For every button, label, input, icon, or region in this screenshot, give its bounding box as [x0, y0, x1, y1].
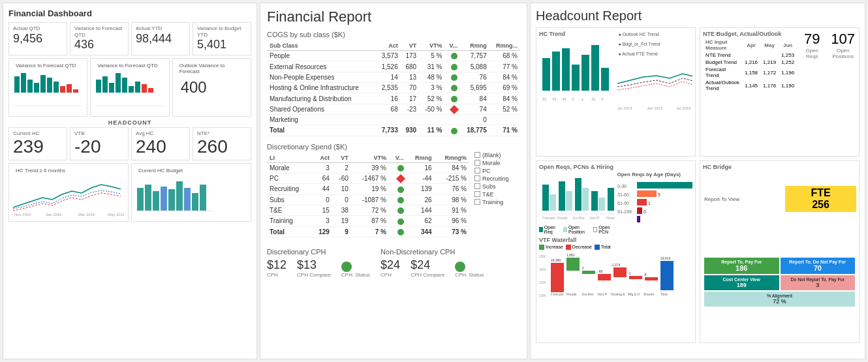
non-disc-cph-compare-value: $24 [411, 258, 444, 272]
table-row: Recruiting 44 10 19 % 139 76 % [267, 184, 469, 194]
row-people-vtpct: 5 % [419, 51, 444, 61]
actual-qtd-value: 9,456 [13, 32, 63, 46]
actual-qtd-card: Actual QTD 9,456 [8, 22, 67, 55]
cogs-header-row: Sub Class Act VT VT% V... Rmng Rmng... [267, 41, 520, 51]
bridge-report-to-sublabel: Report To, Pay For [706, 260, 777, 264]
non-disc-cph-status-dot [455, 262, 465, 272]
vtb-card: VTB -20 [70, 127, 129, 161]
checkbox-morale[interactable]: Morale [474, 160, 520, 166]
svg-rect-2 [27, 80, 33, 93]
svg-text:34: 34 [552, 97, 557, 101]
disc-table-container: Discretionary Spend ($K) LI Act VT VT% V… [267, 143, 469, 245]
col-subclass: Sub Class [267, 41, 376, 51]
nte-budget-panel: NTE Budget, Actual/Outlook HC Input Meas… [700, 27, 860, 157]
svg-rect-6 [54, 82, 59, 93]
bridge-fte-label: Report To View [703, 172, 785, 228]
svg-text:91-199: 91-199 [617, 209, 632, 214]
svg-rect-33 [200, 185, 206, 211]
nte-col-measure: HC Input Measure [703, 38, 742, 52]
row-people-vt: 173 [401, 51, 419, 61]
vtf-inc-label: Increase [546, 245, 563, 249]
checkbox-box[interactable] [474, 191, 480, 197]
fte-label: FTE [811, 187, 830, 198]
hc-charts-row: HC Trend ≥ 6 months Nov 2015 Jan 2016 Ma… [8, 163, 251, 222]
open-reqs-age-chart: Open Reqs by Age (Days) 0-30 31-60 61-90… [617, 172, 693, 234]
svg-text:Forecast: Forecast [542, 216, 555, 220]
disc-cph-status-dot [341, 262, 352, 272]
disc-cph-status-label: CPH. Status [341, 272, 370, 278]
hc-bar-budget-chart [136, 175, 247, 217]
open-positions-value: 107 [829, 31, 856, 48]
disc-cph-value-item: $12 CPH [267, 258, 287, 278]
svg-rect-28 [161, 187, 167, 211]
checkbox-box[interactable] [474, 175, 480, 181]
checkbox-recruiting[interactable]: Recruiting [474, 175, 520, 182]
checkbox-morale-label: Morale [482, 160, 501, 166]
svg-rect-56 [566, 191, 572, 211]
var-forecast-qtd-value: 436 [74, 38, 124, 52]
svg-text:61-90: 61-90 [617, 201, 629, 205]
col-rmng: Rmng [460, 41, 489, 51]
actual-qtd-label: Actual QTD [13, 25, 63, 32]
vtf-inc-color [539, 245, 544, 250]
checkbox-pc[interactable]: PC [474, 168, 520, 174]
svg-rect-32 [192, 193, 198, 211]
table-row: Training 3 19 87 % 62 96 % [267, 216, 469, 226]
svg-text:Mfg & D: Mfg & D [628, 292, 640, 296]
checkbox-subs-label: Subs [482, 183, 496, 190]
svg-rect-72 [637, 207, 642, 214]
vtf-tot-label: Total [601, 245, 611, 249]
svg-text:1,681: 1,681 [566, 253, 575, 257]
svg-rect-70 [637, 190, 657, 197]
svg-text:Jan 2015: Jan 2015 [647, 106, 663, 110]
cogs-total-row: Total 7,733 930 11 % 18,775 71 % [267, 125, 520, 136]
hc-trend-label: HC Trend ≥ 6 months [13, 166, 124, 175]
variance-charts-row: Variance to Forecast QTD Variance to For… [8, 58, 251, 117]
svg-rect-59 [591, 191, 598, 211]
table-row: Non-People Expenses 14 13 48 % 76 84 % [267, 72, 520, 82]
svg-rect-41 [601, 68, 609, 91]
vtf-legend-increase: Increase [539, 245, 563, 250]
svg-text:Forecast: Forecast [551, 292, 564, 296]
svg-rect-60 [598, 198, 605, 211]
checkbox-box[interactable] [474, 160, 480, 166]
actual-ytd-label: Actual YTD [136, 25, 185, 32]
vtf-waterfall-chart: 25K 20K 15K 10K Foreca [539, 251, 692, 300]
svg-text:Hosting: Hosting [606, 216, 615, 220]
disc-cph-value: $12 [267, 258, 287, 272]
checkbox-blank[interactable]: (Blank) [474, 152, 520, 158]
vtb-label: VTB [74, 130, 124, 137]
current-hc-label: Current HC [13, 130, 63, 137]
age-chart-title: Open Reqs by Age (Days) [617, 172, 693, 177]
open-reqs-bar-chart: Forecast People Ext Res Non-P Hosting [539, 172, 615, 224]
open-positions-label: Open Positions [829, 48, 856, 59]
avg-hc-label: Avg HC [136, 130, 185, 137]
checkbox-tne[interactable]: T&E [474, 191, 520, 198]
disc-section: Discretionary Spend ($K) LI Act VT VT% V… [267, 143, 520, 245]
checkbox-box[interactable] [474, 152, 480, 158]
svg-text:44: 44 [562, 97, 566, 101]
checkbox-box[interactable] [474, 183, 480, 189]
col-vt: VT [401, 41, 419, 51]
checkbox-box[interactable] [474, 168, 480, 173]
svg-text:Hosting &: Hosting & [611, 292, 625, 296]
row-nonpeople-label: Non-People Expenses [267, 72, 376, 82]
svg-text:20K: 20K [539, 267, 546, 271]
var-budget-ytd-card: Variance to Budget YTD 5,401 [193, 22, 251, 55]
svg-text:Jan 2016: Jan 2016 [46, 213, 62, 217]
checkbox-training-label: Training [482, 199, 503, 205]
svg-text:Jul 2015: Jul 2015 [676, 106, 691, 110]
hc-budget-label: Current HC Budget [136, 166, 247, 175]
table-row: Shared Operations 68 -23 -50 % 74 52 % [267, 104, 520, 114]
checkbox-pc-label: PC [482, 168, 491, 174]
svg-rect-16 [129, 86, 134, 93]
svg-text:4: 4 [601, 97, 604, 101]
non-disc-cph-value: $24 [380, 258, 400, 272]
svg-rect-0 [14, 76, 20, 93]
svg-rect-30 [176, 181, 183, 211]
svg-text:1: 1 [648, 201, 651, 205]
checkbox-training[interactable]: Training [474, 199, 520, 205]
non-disc-cph-status-label: CPH. Status [455, 272, 484, 278]
checkbox-subs[interactable]: Subs [474, 183, 520, 190]
checkbox-box[interactable] [474, 199, 480, 205]
